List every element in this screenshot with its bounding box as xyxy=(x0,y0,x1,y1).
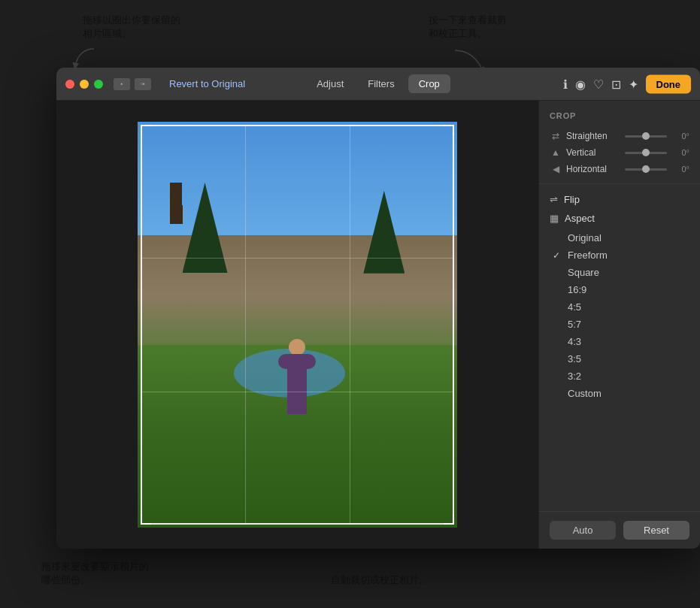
nav-tabs: Adjust Filters Crop xyxy=(306,74,450,93)
crop-sidebar: CROP ⇄ Straighten 0° ▲ Vertical 0° ◀ xyxy=(538,101,700,549)
straighten-row: ⇄ Straighten 0° xyxy=(539,128,700,144)
horizontal-label: Horizontal xyxy=(566,164,620,174)
toolbar-right: ℹ ◉ ♡ ⊡ ✦ Done xyxy=(563,74,692,93)
crop-icon[interactable]: ⊡ xyxy=(611,77,621,91)
vertical-row: ▲ Vertical 0° xyxy=(539,144,700,161)
straighten-value: 0° xyxy=(671,132,689,141)
view-dual-icon[interactable]: ▫▪ xyxy=(135,78,151,90)
flip-row[interactable]: ⇌ Flip xyxy=(539,190,700,209)
aspect-icon: ▦ xyxy=(550,213,559,224)
heart-icon[interactable]: ♡ xyxy=(593,77,604,91)
flip-label: Flip xyxy=(564,194,580,205)
annotation-bottom-right: 自動裁切或校正相片。 xyxy=(331,573,481,587)
aspect-item-5-7[interactable]: 5:7 xyxy=(539,316,700,333)
face-icon[interactable]: ◉ xyxy=(575,77,586,91)
maximize-button[interactable] xyxy=(94,80,103,89)
photo-image xyxy=(138,122,457,528)
close-button[interactable] xyxy=(65,80,74,89)
annotation-bottom-left: 拖移來更改要顯示相片的哪些部份。 xyxy=(41,560,184,587)
aspect-item-original[interactable]: Original xyxy=(539,229,700,247)
flip-icon: ⇌ xyxy=(550,194,558,205)
straighten-label: Straighten xyxy=(566,131,620,141)
aspect-item-freeform[interactable]: Freeform xyxy=(539,247,700,264)
aspect-item-3-2[interactable]: 3:2 xyxy=(539,368,700,385)
divider-1 xyxy=(539,183,700,184)
photo-container xyxy=(138,122,457,528)
person-head xyxy=(289,339,305,355)
revert-button[interactable]: Revert to Original xyxy=(163,75,251,92)
view-single-icon[interactable]: ▪ xyxy=(114,78,130,90)
tree-left xyxy=(183,183,228,273)
content-area: CROP ⇄ Straighten 0° ▲ Vertical 0° ◀ xyxy=(56,101,700,549)
info-icon[interactable]: ℹ xyxy=(563,77,568,91)
horizontal-thumb[interactable] xyxy=(642,165,650,173)
sidebar-title: CROP xyxy=(539,111,700,128)
vertical-icon: ▲ xyxy=(550,147,562,158)
horizontal-icon: ◀ xyxy=(550,164,562,174)
aspect-row[interactable]: ▦ Aspect xyxy=(539,209,700,228)
vertical-thumb[interactable] xyxy=(642,149,650,156)
person-body xyxy=(287,354,307,414)
vertical-value: 0° xyxy=(671,148,689,157)
reset-button[interactable]: Reset xyxy=(623,521,689,540)
minimize-button[interactable] xyxy=(80,80,89,89)
straighten-slider[interactable] xyxy=(625,135,667,138)
aspect-item-16-9[interactable]: 16:9 xyxy=(539,281,700,298)
straighten-icon: ⇄ xyxy=(550,131,562,141)
straighten-thumb[interactable] xyxy=(642,132,650,140)
horizontal-slider[interactable] xyxy=(625,168,667,171)
aspect-item-square[interactable]: Square xyxy=(539,264,700,281)
bottom-buttons: Auto Reset xyxy=(539,511,700,549)
titlebar: ▪ ▫▪ Revert to Original Adjust Filters C… xyxy=(56,68,700,101)
auto-button[interactable]: Auto xyxy=(550,521,616,540)
annotation-top-left: 拖移以圈出你要保留的相片區域。 xyxy=(83,14,218,41)
tree-trunk-right xyxy=(170,205,183,224)
aspect-list: Original Freeform Square 16:9 4:5 5:7 4:… xyxy=(539,228,700,404)
aspect-label: Aspect xyxy=(565,213,595,224)
magic-icon[interactable]: ✦ xyxy=(629,77,638,91)
tab-filters[interactable]: Filters xyxy=(357,74,405,93)
vertical-label: Vertical xyxy=(566,147,620,158)
annotation-top-right: 按一下來查看裁剪和校正工具。 xyxy=(429,14,571,41)
aspect-item-custom[interactable]: Custom xyxy=(539,385,700,402)
aspect-item-4-3[interactable]: 4:3 xyxy=(539,333,700,350)
tab-adjust[interactable]: Adjust xyxy=(306,74,354,93)
tree-trunk-left xyxy=(170,183,182,205)
photo-area[interactable] xyxy=(56,101,538,549)
done-button[interactable]: Done xyxy=(646,74,692,93)
aspect-item-3-5[interactable]: 3:5 xyxy=(539,350,700,368)
horizontal-value: 0° xyxy=(671,165,689,174)
horizontal-row: ◀ Horizontal 0° xyxy=(539,161,700,177)
main-window: ▪ ▫▪ Revert to Original Adjust Filters C… xyxy=(56,68,700,549)
traffic-lights xyxy=(65,80,103,89)
aspect-item-4-5[interactable]: 4:5 xyxy=(539,298,700,316)
person-figure xyxy=(278,316,316,414)
tab-crop[interactable]: Crop xyxy=(408,74,450,93)
vertical-slider[interactable] xyxy=(625,152,667,154)
window-view-controls: ▪ ▫▪ xyxy=(114,78,151,90)
tree-right xyxy=(363,191,405,274)
